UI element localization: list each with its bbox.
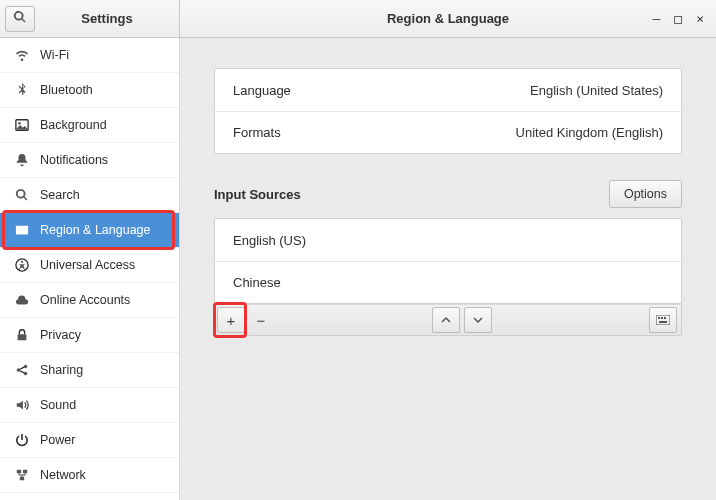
accessibility-icon <box>14 258 30 272</box>
sidebar-item-label: Search <box>40 188 80 202</box>
share-icon <box>14 363 30 377</box>
svg-rect-9 <box>17 470 21 474</box>
svg-rect-11 <box>20 477 24 481</box>
svg-point-4 <box>21 261 23 263</box>
power-icon <box>14 433 30 447</box>
network-icon <box>14 468 30 482</box>
flag-icon <box>14 223 30 237</box>
headerbar: Settings Region & Language – □ × <box>0 0 716 38</box>
svg-rect-15 <box>664 317 666 319</box>
content: Language English (United States) Formats… <box>180 38 716 500</box>
minimize-button[interactable]: – <box>653 11 661 26</box>
app-title: Settings <box>35 11 179 26</box>
input-sources-toolbar: + − <box>214 304 682 336</box>
sidebar-item-background[interactable]: Background <box>0 108 179 143</box>
sidebar-item-label: Network <box>40 468 86 482</box>
svg-rect-13 <box>658 317 660 319</box>
sound-icon <box>14 398 30 412</box>
sidebar-item-sound[interactable]: Sound <box>0 388 179 423</box>
svg-rect-5 <box>18 334 27 340</box>
lock-icon <box>14 328 30 342</box>
sidebar-item-label: Background <box>40 118 107 132</box>
sidebar-item-label: Sound <box>40 398 76 412</box>
chevron-up-icon <box>441 315 451 325</box>
input-source-item[interactable]: English (US) <box>215 219 681 261</box>
sidebar-item-network[interactable]: Network <box>0 458 179 493</box>
panel-title: Region & Language <box>180 11 716 26</box>
sidebar-item-label: Sharing <box>40 363 83 377</box>
sidebar-item-label: Notifications <box>40 153 108 167</box>
search-icon <box>14 188 30 202</box>
sidebar-item-wi-fi[interactable]: Wi-Fi <box>0 38 179 73</box>
formats-value: United Kingdom (English) <box>516 125 663 140</box>
sidebar: Wi-FiBluetoothBackgroundNotificationsSea… <box>0 38 180 500</box>
svg-point-6 <box>17 368 21 372</box>
svg-rect-10 <box>23 470 27 474</box>
svg-rect-12 <box>656 315 670 325</box>
sidebar-item-sharing[interactable]: Sharing <box>0 353 179 388</box>
sidebar-item-power[interactable]: Power <box>0 423 179 458</box>
sidebar-item-label: Online Accounts <box>40 293 130 307</box>
sidebar-item-privacy[interactable]: Privacy <box>0 318 179 353</box>
sidebar-item-label: Universal Access <box>40 258 135 272</box>
background-icon <box>14 118 30 132</box>
move-down-button[interactable] <box>464 307 492 333</box>
section-header-input-sources: Input Sources Options <box>214 180 682 208</box>
options-button[interactable]: Options <box>609 180 682 208</box>
wifi-icon <box>14 48 30 62</box>
window-controls: – □ × <box>653 11 704 26</box>
keyboard-icon <box>656 315 670 325</box>
bell-icon <box>14 153 30 167</box>
input-sources-list: English (US)Chinese <box>214 218 682 304</box>
formats-label: Formats <box>233 125 281 140</box>
sidebar-item-bluetooth[interactable]: Bluetooth <box>0 73 179 108</box>
input-source-item[interactable]: Chinese <box>215 261 681 303</box>
sidebar-item-universal-access[interactable]: Universal Access <box>0 248 179 283</box>
add-input-source-button[interactable]: + <box>217 307 245 333</box>
sidebar-item-region-language[interactable]: Region & Language <box>0 213 179 248</box>
panel-language-formats: Language English (United States) Formats… <box>214 68 682 154</box>
search-icon <box>13 10 27 28</box>
search-button[interactable] <box>5 6 35 32</box>
language-value: English (United States) <box>530 83 663 98</box>
svg-point-1 <box>18 122 21 125</box>
svg-rect-2 <box>16 226 28 235</box>
sidebar-item-label: Privacy <box>40 328 81 342</box>
close-button[interactable]: × <box>696 11 704 26</box>
remove-input-source-button[interactable]: − <box>247 307 275 333</box>
move-up-button[interactable] <box>432 307 460 333</box>
sidebar-item-label: Power <box>40 433 75 447</box>
svg-rect-16 <box>659 321 667 323</box>
language-label: Language <box>233 83 291 98</box>
input-sources-heading: Input Sources <box>214 187 301 202</box>
svg-rect-14 <box>661 317 663 319</box>
sidebar-item-online-accounts[interactable]: Online Accounts <box>0 283 179 318</box>
sidebar-item-search[interactable]: Search <box>0 178 179 213</box>
sidebar-item-notifications[interactable]: Notifications <box>0 143 179 178</box>
chevron-down-icon <box>473 315 483 325</box>
keyboard-layout-button[interactable] <box>649 307 677 333</box>
headerbar-left: Settings <box>0 0 180 37</box>
bluetooth-icon <box>14 83 30 97</box>
sidebar-item-label: Bluetooth <box>40 83 93 97</box>
maximize-button[interactable]: □ <box>674 11 682 26</box>
cloud-icon <box>14 293 30 307</box>
headerbar-right: Region & Language – □ × <box>180 0 716 37</box>
sidebar-item-label: Region & Language <box>40 223 151 237</box>
row-formats[interactable]: Formats United Kingdom (English) <box>215 111 681 153</box>
sidebar-item-label: Wi-Fi <box>40 48 69 62</box>
row-language[interactable]: Language English (United States) <box>215 69 681 111</box>
